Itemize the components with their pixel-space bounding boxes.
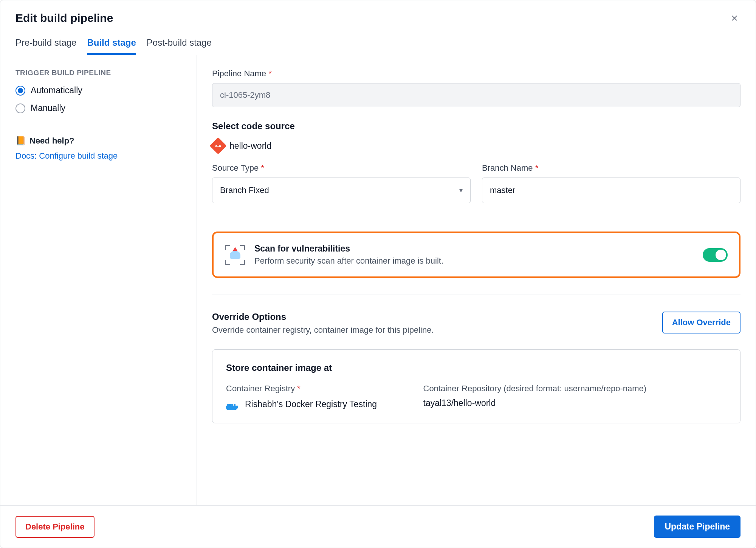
scan-vulnerabilities-panel: Scan for vulnerabilities Perform securit… (212, 232, 741, 278)
source-type-label: Source Type * (212, 163, 471, 173)
source-row: ⊶ hello-world (212, 140, 741, 152)
radio-icon (15, 86, 25, 96)
close-button[interactable] (728, 12, 741, 27)
registry-value: Rishabh's Docker Registry Testing (245, 398, 377, 410)
edit-pipeline-modal: Edit build pipeline Pre-build stage Buil… (0, 0, 756, 548)
source-name: hello-world (229, 141, 271, 151)
select-code-source-heading: Select code source (212, 121, 741, 131)
chevron-down-icon: ▾ (459, 186, 463, 195)
sidebar: TRIGGER BUILD PIPELINE Automatically Man… (0, 55, 197, 505)
help-label: Need help? (29, 136, 74, 146)
trigger-radio-manually[interactable]: Manually (15, 103, 181, 113)
modal-body: TRIGGER BUILD PIPELINE Automatically Man… (0, 55, 756, 505)
book-icon: 📙 (15, 136, 26, 146)
docker-icon (226, 400, 240, 410)
update-pipeline-button[interactable]: Update Pipeline (654, 516, 741, 538)
store-image-panel: Store container image at Container Regis… (212, 349, 741, 423)
branch-name-label: Branch Name * (482, 163, 741, 173)
scan-icon (225, 245, 245, 265)
main-content: Pipeline Name * ci-1065-2ym8 Select code… (197, 55, 756, 505)
store-heading: Store container image at (226, 363, 727, 373)
tab-build[interactable]: Build stage (87, 37, 136, 55)
pipeline-name-label: Pipeline Name * (212, 69, 741, 79)
radio-icon (15, 103, 25, 113)
source-type-select[interactable]: Branch Fixed ▾ (212, 178, 471, 203)
git-icon: ⊶ (209, 137, 226, 154)
scan-title: Scan for vulnerabilities (254, 244, 443, 254)
repo-value: tayal13/hello-world (423, 398, 727, 408)
repo-label: Container Repository (desired format: us… (423, 384, 727, 394)
registry-label: Container Registry * (226, 384, 408, 394)
override-section: Override Options Override container regi… (212, 312, 741, 335)
close-icon (730, 14, 739, 23)
divider (212, 220, 741, 220)
pipeline-name-input: ci-1065-2ym8 (212, 83, 741, 107)
modal-title: Edit build pipeline (15, 12, 113, 25)
trigger-radio-automatically[interactable]: Automatically (15, 85, 181, 96)
trigger-heading: TRIGGER BUILD PIPELINE (15, 69, 181, 77)
stage-tabs: Pre-build stage Build stage Post-build s… (15, 37, 741, 55)
delete-pipeline-button[interactable]: Delete Pipeline (15, 516, 94, 538)
modal-header: Edit build pipeline Pre-build stage Buil… (0, 0, 756, 55)
branch-name-input[interactable] (482, 178, 741, 203)
override-title: Override Options (212, 312, 434, 322)
scan-desc: Perform security scan after container im… (254, 256, 443, 266)
scan-toggle[interactable] (703, 248, 728, 262)
tab-pre-build[interactable]: Pre-build stage (15, 37, 76, 55)
radio-label: Automatically (31, 85, 82, 96)
docs-link[interactable]: Docs: Configure build stage (15, 151, 118, 161)
divider (212, 295, 741, 295)
trigger-radio-group: Automatically Manually (15, 85, 181, 113)
radio-label: Manually (31, 103, 65, 113)
allow-override-button[interactable]: Allow Override (662, 312, 741, 333)
modal-footer: Delete Pipeline Update Pipeline (0, 505, 756, 548)
tab-post-build[interactable]: Post-build stage (147, 37, 212, 55)
override-desc: Override container registry, container i… (212, 325, 434, 335)
help-heading: 📙 Need help? (15, 136, 181, 146)
